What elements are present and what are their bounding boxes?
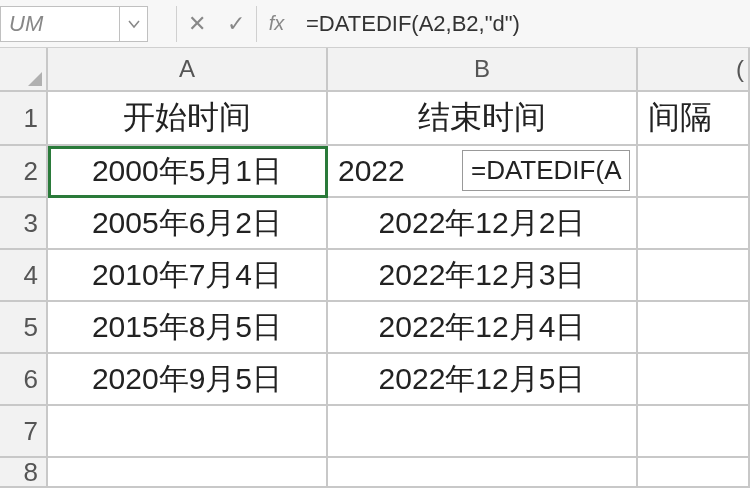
formula-bar-buttons: ✕ ✓ fx [176,6,296,42]
row-header-1[interactable]: 1 [0,92,48,146]
row-7: 7 [0,406,750,458]
spreadsheet-grid: A B ( 1 开始时间 结束时间 间隔 2 2000年5月1日 2022 3 … [0,48,750,488]
formula-bar-region: UM ✕ ✓ fx =DATEDIF(A2,B2,"d") [0,0,750,48]
row-header-7[interactable]: 7 [0,406,48,458]
cell-C2[interactable] [638,146,750,198]
cell-A4[interactable]: 2010年7月4日 [48,250,328,302]
fx-icon: fx [269,12,285,35]
cell-A6[interactable]: 2020年9月5日 [48,354,328,406]
cell-A5[interactable]: 2015年8月5日 [48,302,328,354]
cell-A8[interactable] [48,458,328,488]
row-header-8[interactable]: 8 [0,458,48,488]
cell-A2[interactable]: 2000年5月1日 [48,146,328,198]
row-header-3[interactable]: 3 [0,198,48,250]
confirm-button[interactable]: ✓ [216,6,256,42]
cell-C1[interactable]: 间隔 [638,92,750,146]
name-box-dropdown[interactable] [120,6,148,42]
col-header-A[interactable]: A [48,48,328,92]
cell-B3[interactable]: 2022年12月2日 [328,198,638,250]
row-1: 1 开始时间 结束时间 间隔 [0,92,750,146]
cell-C8[interactable] [638,458,750,488]
cell-B1[interactable]: 结束时间 [328,92,638,146]
row-6: 6 2020年9月5日 2022年12月5日 [0,354,750,406]
cell-B5[interactable]: 2022年12月4日 [328,302,638,354]
row-header-5[interactable]: 5 [0,302,48,354]
row-3: 3 2005年6月2日 2022年12月2日 [0,198,750,250]
cell-B8[interactable] [328,458,638,488]
col-header-C[interactable]: ( [638,48,750,92]
insert-function-button[interactable]: fx [256,6,296,42]
row-header-4[interactable]: 4 [0,250,48,302]
cell-C4[interactable] [638,250,750,302]
cell-B2-value: 2022 [338,154,405,188]
cell-A7[interactable] [48,406,328,458]
select-all-corner[interactable] [0,48,48,92]
row-header-6[interactable]: 6 [0,354,48,406]
row-header-2[interactable]: 2 [0,146,48,198]
cell-B7[interactable] [328,406,638,458]
name-box[interactable]: UM [0,6,120,42]
row-5: 5 2015年8月5日 2022年12月4日 [0,302,750,354]
chevron-down-icon [128,19,140,29]
row-8: 8 [0,458,750,488]
cell-C3[interactable] [638,198,750,250]
cell-B4[interactable]: 2022年12月3日 [328,250,638,302]
cell-C6[interactable] [638,354,750,406]
formula-input[interactable]: =DATEDIF(A2,B2,"d") [296,6,750,42]
cell-C7[interactable] [638,406,750,458]
cell-C5[interactable] [638,302,750,354]
cancel-button[interactable]: ✕ [176,6,216,42]
cell-A1[interactable]: 开始时间 [48,92,328,146]
row-4: 4 2010年7月4日 2022年12月3日 [0,250,750,302]
row-2: 2 2000年5月1日 2022 [0,146,750,198]
col-header-B[interactable]: B [328,48,638,92]
close-icon: ✕ [188,11,206,37]
column-headers: A B ( [0,48,750,92]
formula-edit-overlay[interactable]: =DATEDIF(A [462,150,630,191]
check-icon: ✓ [227,11,245,37]
cell-A3[interactable]: 2005年6月2日 [48,198,328,250]
cell-B6[interactable]: 2022年12月5日 [328,354,638,406]
